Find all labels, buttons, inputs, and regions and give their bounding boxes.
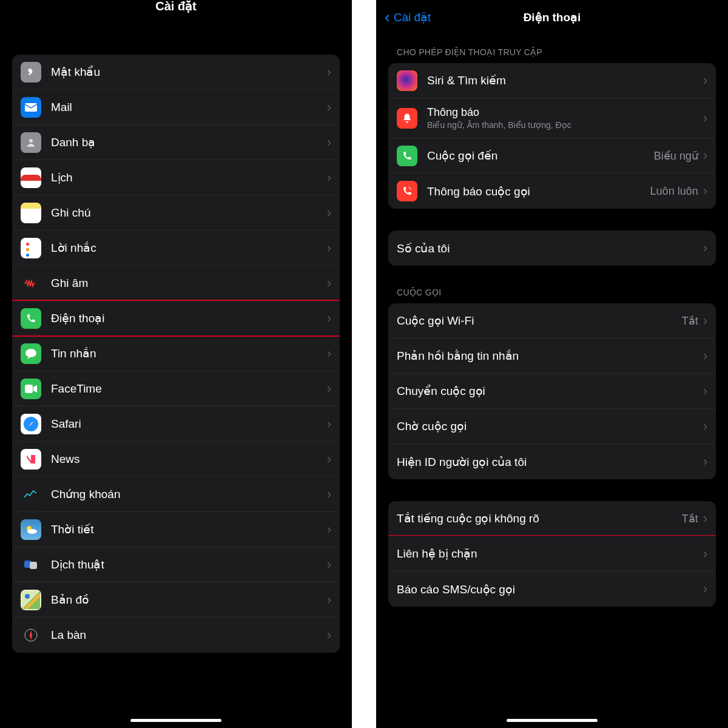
row-notifications[interactable]: Thông báo Biểu ngữ, Âm thanh, Biểu tượng… bbox=[388, 98, 716, 138]
settings-row-mail[interactable]: Mail › bbox=[12, 90, 340, 125]
messages-icon bbox=[21, 343, 41, 364]
chevron-right-icon: › bbox=[327, 592, 331, 608]
settings-row-contacts[interactable]: Danh bạ › bbox=[12, 125, 340, 160]
chevron-right-icon: › bbox=[703, 148, 707, 164]
chevron-right-icon: › bbox=[703, 581, 707, 597]
chevron-right-icon: › bbox=[327, 346, 331, 362]
back-button[interactable]: ‹ Cài đặt bbox=[385, 9, 431, 25]
bell-icon bbox=[397, 108, 417, 129]
phone-icon bbox=[21, 308, 41, 329]
row-label: Hiện ID người gọi của tôi bbox=[397, 455, 703, 469]
mail-icon bbox=[21, 97, 41, 118]
chevron-right-icon: › bbox=[327, 170, 331, 186]
svg-rect-3 bbox=[25, 385, 33, 393]
row-value: Luôn luôn bbox=[650, 185, 698, 198]
settings-row-facetime[interactable]: FaceTime › bbox=[12, 371, 340, 406]
back-label: Cài đặt bbox=[394, 10, 431, 24]
maps-icon bbox=[21, 590, 41, 610]
chevron-right-icon: › bbox=[703, 454, 707, 470]
chevron-right-icon: › bbox=[327, 451, 331, 467]
chevron-right-icon: › bbox=[703, 546, 707, 562]
settings-row-maps[interactable]: Bản đồ › bbox=[12, 582, 340, 618]
settings-row-safari[interactable]: Safari › bbox=[12, 406, 340, 442]
chevron-right-icon: › bbox=[703, 419, 707, 434]
row-label: Chứng khoán bbox=[51, 487, 327, 501]
row-incoming-calls[interactable]: Cuộc gọi đến Biểu ngữ › bbox=[388, 138, 716, 174]
settings-row-passwords[interactable]: Mật khẩu › bbox=[12, 55, 340, 90]
phone-settings-screen: ‹ Cài đặt Điện thoại CHO PHÉP ĐIỆN THOẠI… bbox=[376, 0, 728, 728]
settings-screen-left: Cài đặt Mật khẩu › Mail › Danh bạ › Lịch… bbox=[0, 0, 352, 728]
safari-icon bbox=[21, 414, 41, 434]
stocks-icon bbox=[21, 484, 41, 505]
row-blocked-contacts[interactable]: Liên hệ bị chặn › bbox=[388, 536, 716, 571]
row-respond-with-text[interactable]: Phản hồi bằng tin nhắn › bbox=[388, 339, 716, 374]
row-label: Chuyển cuộc gọi bbox=[397, 384, 703, 398]
row-label: Cuộc gọi đến bbox=[427, 149, 654, 163]
settings-row-news[interactable]: News › bbox=[12, 442, 340, 477]
home-indicator[interactable] bbox=[130, 719, 221, 722]
siri-icon bbox=[397, 70, 417, 91]
row-wifi-calling[interactable]: Cuộc gọi Wi-Fi Tắt › bbox=[388, 303, 716, 339]
chevron-right-icon: › bbox=[327, 381, 331, 397]
row-label: Báo cáo SMS/cuộc gọi bbox=[397, 582, 703, 596]
row-silence-unknown-callers[interactable]: Tắt tiếng cuộc gọi không rõ Tắt › bbox=[388, 501, 716, 536]
row-show-my-caller-id[interactable]: Hiện ID người gọi của tôi › bbox=[388, 444, 716, 479]
row-value: Tắt bbox=[682, 314, 698, 328]
settings-list: Mật khẩu › Mail › Danh bạ › Lịch › Ghi c… bbox=[12, 55, 340, 653]
settings-row-reminders[interactable]: Lời nhắc › bbox=[12, 231, 340, 266]
row-call-waiting[interactable]: Chờ cuộc gọi › bbox=[388, 409, 716, 444]
row-label: Dịch thuật bbox=[51, 558, 327, 571]
contacts-icon bbox=[21, 132, 41, 153]
settings-row-compass[interactable]: La bàn › bbox=[12, 618, 340, 653]
row-announce-calls[interactable]: Thông báo cuộc gọi Luôn luôn › bbox=[388, 174, 716, 209]
settings-row-messages[interactable]: Tin nhắn › bbox=[12, 336, 340, 371]
row-siri-search[interactable]: Siri & Tìm kiếm › bbox=[388, 63, 716, 98]
chevron-right-icon: › bbox=[327, 99, 331, 115]
row-label: Safari bbox=[51, 417, 327, 431]
reminders-icon bbox=[21, 238, 41, 258]
settings-row-phone[interactable]: Điện thoại › bbox=[12, 301, 340, 336]
settings-row-voice-memos[interactable]: Ghi âm › bbox=[12, 266, 340, 301]
row-my-number[interactable]: Số của tôi › bbox=[388, 231, 716, 266]
row-label: Danh bạ bbox=[51, 135, 327, 149]
settings-row-notes[interactable]: Ghi chú › bbox=[12, 195, 340, 231]
key-icon bbox=[21, 62, 41, 83]
section-header-calls: CUỘC GỌI bbox=[397, 288, 707, 297]
chevron-right-icon: › bbox=[327, 557, 331, 573]
row-label: Mail bbox=[51, 101, 327, 114]
settings-row-stocks[interactable]: Chứng khoán › bbox=[12, 477, 340, 512]
home-indicator[interactable] bbox=[507, 719, 598, 722]
row-label: Lịch bbox=[51, 170, 327, 184]
row-label: Tắt tiếng cuộc gọi không rõ bbox=[397, 511, 682, 525]
compass-icon bbox=[21, 625, 41, 645]
chevron-right-icon: › bbox=[703, 73, 707, 89]
row-subtitle: Biểu ngữ, Âm thanh, Biểu tượng, Đọc bbox=[427, 120, 703, 130]
chevron-right-icon: › bbox=[327, 64, 331, 80]
translate-icon bbox=[21, 554, 41, 575]
row-label: Điện thoại bbox=[51, 311, 327, 325]
svg-point-6 bbox=[27, 529, 37, 534]
settings-row-translate[interactable]: Dịch thuật › bbox=[12, 547, 340, 582]
chevron-right-icon: › bbox=[327, 627, 331, 643]
row-label: Số của tôi bbox=[397, 241, 703, 255]
settings-row-calendar[interactable]: Lịch › bbox=[12, 160, 340, 195]
chevron-left-icon: ‹ bbox=[385, 9, 390, 25]
chevron-right-icon: › bbox=[703, 110, 707, 126]
my-number-group: Số của tôi › bbox=[388, 231, 716, 266]
row-call-forwarding[interactable]: Chuyển cuộc gọi › bbox=[388, 374, 716, 409]
chevron-right-icon: › bbox=[327, 240, 331, 256]
announce-icon bbox=[397, 181, 417, 201]
page-title: Cài đặt bbox=[0, 0, 352, 30]
row-label: Thông báo bbox=[427, 106, 703, 119]
row-label: Tin nhắn bbox=[51, 346, 327, 360]
chevron-right-icon: › bbox=[703, 348, 707, 364]
row-label: FaceTime bbox=[51, 382, 327, 396]
chevron-right-icon: › bbox=[327, 205, 331, 221]
phone-incoming-icon bbox=[397, 146, 417, 166]
row-label: Cuộc gọi Wi-Fi bbox=[397, 314, 682, 328]
row-label: Bản đồ bbox=[51, 593, 327, 607]
row-label: Lời nhắc bbox=[51, 241, 327, 255]
chevron-right-icon: › bbox=[703, 313, 707, 329]
settings-row-weather[interactable]: Thời tiết › bbox=[12, 512, 340, 547]
row-sms-call-reporting[interactable]: Báo cáo SMS/cuộc gọi › bbox=[388, 571, 716, 607]
